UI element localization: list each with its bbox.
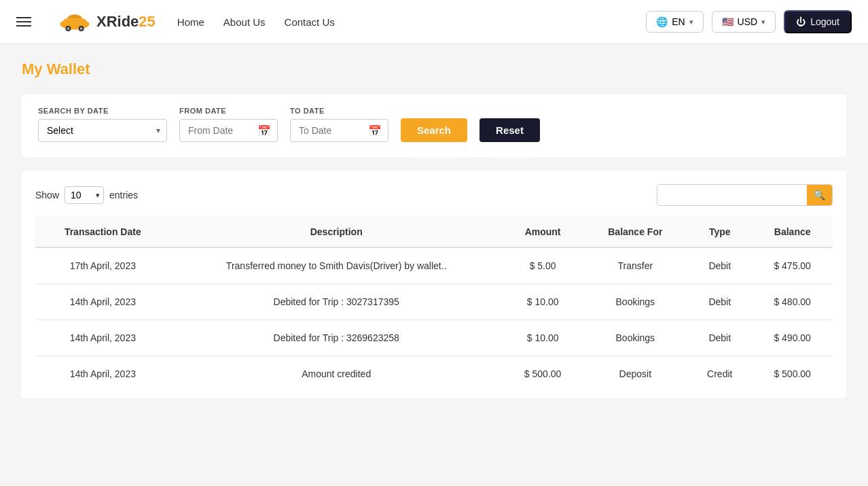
cell-date: 14th April, 2023	[35, 284, 170, 320]
cell-balance: $ 500.00	[752, 356, 833, 392]
to-date-group: TO DATE 📅	[290, 107, 388, 142]
col-balance-for: Balance For	[583, 217, 687, 247]
currency-flag-icon: 🇺🇸	[722, 16, 734, 27]
nav-contact[interactable]: Contact Us	[285, 16, 335, 28]
reset-button[interactable]: Reset	[480, 118, 540, 142]
page-title: My Wallet	[22, 60, 846, 78]
cell-type: Debit	[687, 247, 752, 284]
cell-description: Debited for Trip : 3027317395	[170, 284, 503, 320]
table-row: 14th April, 2023 Amount credited $ 500.0…	[35, 356, 833, 392]
search-by-date-group: SEARCH BY DATE Select Today This Week Th…	[38, 107, 167, 142]
language-selector[interactable]: 🌐 EN ▾	[646, 11, 703, 33]
brand-name: XRide25	[96, 13, 156, 31]
nav-links: Home About Us Contact Us	[177, 16, 624, 28]
cell-balance: $ 480.00	[752, 284, 833, 320]
cell-date: 14th April, 2023	[35, 320, 170, 356]
currency-value: USD	[738, 16, 758, 27]
language-chevron-icon: ▾	[689, 18, 693, 27]
col-balance: Balance	[752, 217, 833, 247]
search-icon: 🔍	[814, 190, 825, 201]
to-date-label: TO DATE	[290, 107, 388, 115]
cell-type: Debit	[687, 284, 752, 320]
cell-amount: $ 500.00	[503, 356, 583, 392]
col-transaction-date: Transaction Date	[35, 217, 170, 247]
logout-button[interactable]: ⏻ Logout	[784, 10, 852, 33]
cell-description: Debited for Trip : 3269623258	[170, 320, 503, 356]
col-type: Type	[687, 217, 752, 247]
cell-balance: $ 490.00	[752, 320, 833, 356]
cell-description: Amount credited	[170, 356, 503, 392]
cell-type: Debit	[687, 320, 752, 356]
table-row: 14th April, 2023 Debited for Trip : 3027…	[35, 284, 833, 320]
nav-home[interactable]: Home	[177, 16, 204, 28]
currency-chevron-icon: ▾	[761, 18, 765, 27]
to-date-calendar-icon[interactable]: 📅	[368, 124, 382, 137]
from-date-calendar-icon[interactable]: 📅	[257, 124, 271, 137]
table-search-box: 🔍	[657, 184, 833, 206]
nav-right: 🌐 EN ▾ 🇺🇸 USD ▾ ⏻ Logout	[646, 10, 852, 33]
logout-label: Logout	[810, 16, 839, 27]
cell-type: Credit	[687, 356, 752, 392]
table-header-row: Transaction Date Description Amount Bala…	[35, 217, 833, 247]
transactions-table: Transaction Date Description Amount Bala…	[35, 217, 833, 392]
table-search-input[interactable]	[657, 186, 807, 205]
col-amount: Amount	[503, 217, 583, 247]
from-date-group: FROM DATE 📅	[179, 107, 278, 142]
show-entries-control: Show 10 25 50 100 ▾ entries	[35, 186, 138, 204]
show-label: Show	[35, 190, 59, 201]
cell-balance-for: Transfer	[583, 247, 687, 284]
cell-amount: $ 5.00	[503, 247, 583, 284]
cell-date: 17th April, 2023	[35, 247, 170, 284]
hamburger-menu[interactable]	[16, 17, 31, 27]
nav-about[interactable]: About Us	[223, 16, 266, 28]
cell-amount: $ 10.00	[503, 320, 583, 356]
cell-balance: $ 475.00	[752, 247, 833, 284]
currency-selector[interactable]: 🇺🇸 USD ▾	[712, 11, 776, 33]
filter-row: SEARCH BY DATE Select Today This Week Th…	[38, 107, 830, 142]
language-value: EN	[672, 16, 685, 27]
brand-logo-link[interactable]: XRide25	[58, 12, 156, 32]
svg-point-5	[80, 27, 83, 30]
cell-description: Transferred money to Smith Davis(Driver)…	[170, 247, 503, 284]
table-body: 17th April, 2023 Transferred money to Sm…	[35, 247, 833, 392]
filter-bar: SEARCH BY DATE Select Today This Week Th…	[22, 94, 846, 157]
from-date-wrapper: 📅	[179, 119, 278, 142]
cell-balance-for: Bookings	[583, 320, 687, 356]
language-flag-icon: 🌐	[656, 16, 668, 27]
col-description: Description	[170, 217, 503, 247]
page-content: My Wallet SEARCH BY DATE Select Today Th…	[0, 44, 868, 415]
search-by-date-label: SEARCH BY DATE	[38, 107, 167, 115]
search-by-date-select[interactable]: Select Today This Week This Month	[38, 119, 167, 142]
cell-balance-for: Deposit	[583, 356, 687, 392]
table-section: Show 10 25 50 100 ▾ entries 🔍	[22, 171, 846, 398]
table-controls: Show 10 25 50 100 ▾ entries 🔍	[35, 184, 833, 206]
car-logo-icon	[58, 12, 91, 32]
from-date-label: FROM DATE	[179, 107, 278, 115]
cell-balance-for: Bookings	[583, 284, 687, 320]
entries-label: entries	[109, 190, 138, 201]
power-icon: ⏻	[796, 16, 806, 27]
to-date-wrapper: 📅	[290, 119, 388, 142]
cell-date: 14th April, 2023	[35, 356, 170, 392]
table-row: 17th April, 2023 Transferred money to Sm…	[35, 247, 833, 284]
table-row: 14th April, 2023 Debited for Trip : 3269…	[35, 320, 833, 356]
table-search-button[interactable]: 🔍	[807, 185, 832, 205]
svg-rect-1	[64, 19, 86, 26]
cell-amount: $ 10.00	[503, 284, 583, 320]
svg-point-3	[67, 27, 69, 30]
navbar: XRide25 Home About Us Contact Us 🌐 EN ▾ …	[0, 0, 868, 44]
entries-select-wrapper: 10 25 50 100 ▾	[65, 186, 104, 204]
select-wrapper: Select Today This Week This Month ▾	[38, 119, 167, 142]
entries-select[interactable]: 10 25 50 100	[65, 186, 104, 204]
search-button[interactable]: Search	[401, 118, 467, 142]
